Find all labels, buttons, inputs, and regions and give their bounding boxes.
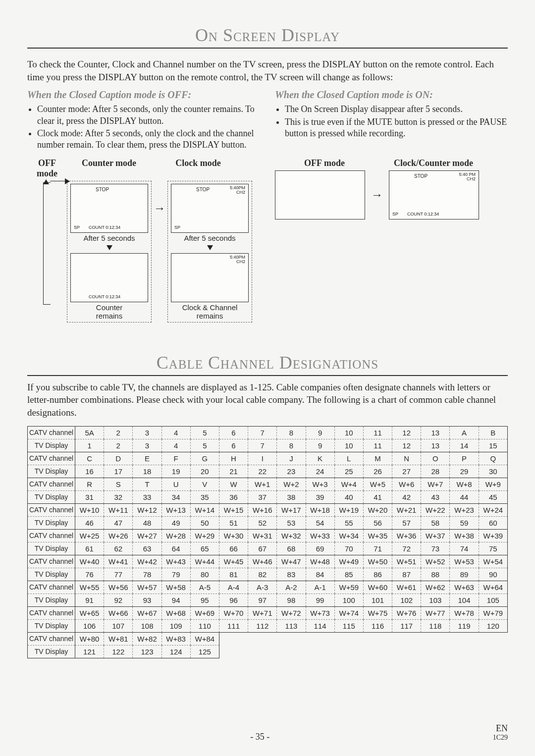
- catv-cell: 5A: [75, 426, 104, 439]
- row-header-tv: TV Display: [28, 516, 75, 529]
- tv-cell: 86: [363, 568, 392, 581]
- catv-cell: 5: [190, 426, 219, 439]
- tv-cell: 43: [421, 490, 450, 503]
- row-header-catv: CATV channel: [28, 632, 75, 645]
- tv-cell: 19: [161, 465, 190, 478]
- tv-cell: 52: [248, 516, 277, 529]
- row-header-catv: CATV channel: [28, 452, 75, 465]
- arrow-down-icon: [207, 245, 213, 250]
- tv-cell: 82: [248, 568, 277, 581]
- subhead-cc-off: When the Closed Caption mode is OFF:: [27, 89, 260, 101]
- tv-cell: 1: [75, 439, 104, 452]
- tv-cell: 47: [104, 516, 133, 529]
- catv-cell: W+26: [104, 529, 133, 542]
- tv-cell: 75: [479, 542, 507, 555]
- catv-cell: W+29: [190, 529, 219, 542]
- tv-cell: 71: [363, 542, 392, 555]
- tv-cell: 110: [190, 619, 219, 632]
- page-number: - 35 -: [250, 732, 269, 742]
- catv-cell: W+81: [104, 632, 133, 645]
- tv-cell: 113: [277, 619, 306, 632]
- bullet: This is true even if the MUTE button is …: [285, 116, 508, 140]
- catv-cell: W+70: [219, 606, 248, 619]
- tv-cell: 49: [161, 516, 190, 529]
- rule: [27, 375, 508, 376]
- catv-cell: W+9: [479, 478, 507, 490]
- osd-stop: STOP: [196, 187, 210, 192]
- catv-cell: W+65: [75, 606, 104, 619]
- tv-cell: 6: [219, 439, 248, 452]
- catv-cell: I: [248, 452, 277, 465]
- catv-cell: W+62: [421, 581, 450, 594]
- catv-cell: S: [104, 478, 133, 490]
- catv-cell: W+31: [248, 529, 277, 542]
- tv-cell: 73: [421, 542, 450, 555]
- catv-cell: L: [334, 452, 363, 465]
- cable-chart: CATV channel5A2345678910111213ABTV Displ…: [27, 426, 508, 658]
- catv-cell: W+59: [334, 581, 363, 594]
- osd-count: COUNT 0:12:34: [89, 225, 120, 230]
- osd-count: COUNT 0:12:34: [407, 212, 439, 216]
- tv-cell: 84: [306, 568, 334, 581]
- tv-cell: 112: [248, 619, 277, 632]
- tv-cell: 70: [334, 542, 363, 555]
- tv-cell: 66: [219, 542, 248, 555]
- tv-cell: 97: [248, 594, 277, 606]
- catv-cell: W+16: [248, 503, 277, 516]
- catv-cell: W+48: [306, 555, 334, 568]
- catv-cell: W+46: [248, 555, 277, 568]
- bullet: Clock mode: After 5 seconds, only the cl…: [37, 128, 260, 151]
- tv-cell: 48: [133, 516, 161, 529]
- catv-cell: W+71: [248, 606, 277, 619]
- tv-cell: 15: [479, 439, 507, 452]
- tv-cell: 79: [161, 568, 190, 581]
- catv-cell: A-5: [190, 581, 219, 594]
- catv-cell: W+6: [392, 478, 421, 490]
- tv-cell: 46: [75, 516, 104, 529]
- catv-cell: W+74: [334, 606, 363, 619]
- catv-cell: W+23: [450, 503, 479, 516]
- catv-cell: F: [161, 452, 190, 465]
- arrow-down-icon: [107, 245, 112, 250]
- catv-cell: W+51: [392, 555, 421, 568]
- catv-cell: W+30: [219, 529, 248, 542]
- tv-cell: 50: [190, 516, 219, 529]
- catv-cell: U: [161, 478, 190, 490]
- tv-cell: 101: [363, 594, 392, 606]
- tv-cell: 119: [450, 619, 479, 632]
- intro-osd: To check the Counter, Clock and Channel …: [27, 58, 508, 83]
- catv-cell: A-1: [306, 581, 334, 594]
- catv-cell: W+37: [421, 529, 450, 542]
- caption-after5: After 5 seconds: [171, 234, 249, 242]
- tv-cell: 122: [104, 645, 133, 658]
- tv-cell: 33: [133, 490, 161, 503]
- tv-cell: 31: [75, 490, 104, 503]
- tv-cell: 45: [479, 490, 507, 503]
- tv-cell: 99: [306, 594, 334, 606]
- tv-cell: 125: [190, 645, 219, 658]
- tv-cell: 40: [334, 490, 363, 503]
- tv-cell: 90: [479, 568, 507, 581]
- catv-cell: W+64: [479, 581, 507, 594]
- tv-cell: 10: [334, 439, 363, 452]
- heading-cable: Cable Channel Designations: [27, 352, 508, 373]
- osd-sp: SP: [74, 225, 80, 230]
- tv-cell: 80: [190, 568, 219, 581]
- screen-clock-bottom: 5:40PMCH2: [171, 253, 249, 302]
- tv-cell: 24: [306, 465, 334, 478]
- catv-cell: W+5: [363, 478, 392, 490]
- row-header-tv: TV Display: [28, 568, 75, 581]
- tv-cell: 4: [161, 439, 190, 452]
- caption-counter-remains: Counterremains: [70, 303, 148, 320]
- catv-cell: W+8: [450, 478, 479, 490]
- tv-cell: 16: [75, 465, 104, 478]
- catv-cell: W+35: [363, 529, 392, 542]
- catv-cell: W+1: [248, 478, 277, 490]
- tv-cell: 83: [277, 568, 306, 581]
- tv-cell: 77: [104, 568, 133, 581]
- tv-cell: 14: [450, 439, 479, 452]
- tv-cell: 93: [133, 594, 161, 606]
- page-meta: EN1C29: [493, 723, 508, 742]
- catv-cell: W+58: [161, 581, 190, 594]
- screen-counter-top: STOP SP COUNT 0:12:34: [70, 184, 148, 233]
